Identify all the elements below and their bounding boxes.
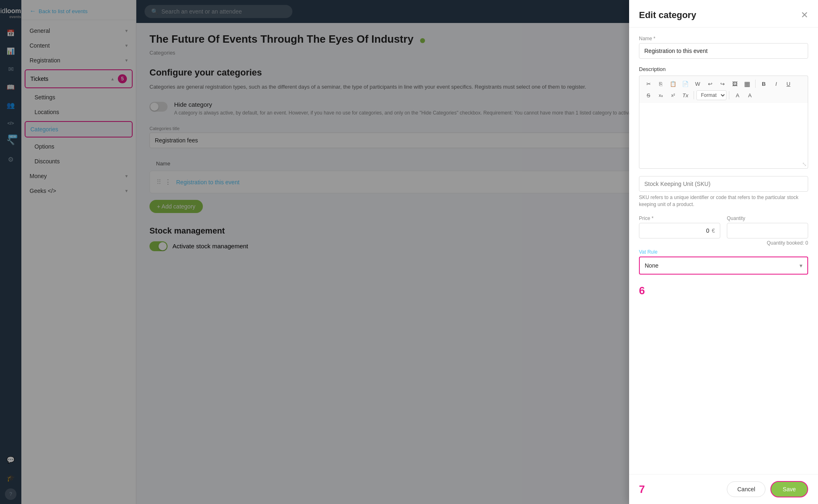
strikethrough-icon[interactable]: S [643,90,654,101]
paste-text-icon[interactable]: 📄 [680,78,691,89]
currency-symbol: € [712,227,715,234]
step-7-number: 7 [639,483,645,496]
modal-name-field: Name * [639,36,808,59]
quantity-label: Quantity [727,215,808,221]
edit-category-modal: Edit category ✕ Name * Description ✂ ⎘ 📋… [629,0,818,504]
subscript-icon[interactable]: x₂ [655,90,666,101]
paste-icon[interactable]: 📋 [667,78,679,89]
save-button[interactable]: Save [770,481,808,497]
toolbar-separator [755,80,756,88]
price-input-wrap[interactable]: 0 € [639,223,720,238]
description-editor[interactable]: ⤡ [639,103,808,169]
modal-description-label: Description [639,66,808,72]
undo-icon[interactable]: ↩ [704,78,716,89]
modal-description-field: Description ✂ ⎘ 📋 📄 W ↩ ↪ 🖼 ▦ B I U S x₂… [639,66,808,169]
step-6-label: 6 [639,283,808,299]
vat-rule-label: Vat Rule [639,249,808,255]
toolbar-separator-2 [694,91,694,99]
font-color-icon[interactable]: A [732,90,743,101]
format-dropdown[interactable]: Format [696,90,726,100]
modal-title: Edit category [639,10,696,21]
paste-word-icon[interactable]: W [692,78,703,89]
copy-icon[interactable]: ⎘ [655,78,666,89]
sku-input[interactable] [639,176,808,192]
modal-header: Edit category ✕ [629,0,818,27]
vat-rule-select[interactable]: None Standard Reduced Zero [640,257,807,274]
price-field: Price * 0 € [639,215,720,246]
italic-icon[interactable]: I [770,78,782,89]
cut-icon[interactable]: ✂ [643,78,654,89]
image-icon[interactable]: 🖼 [729,78,740,89]
resize-handle-icon: ⤡ [802,161,807,167]
vat-select-wrap: None Standard Reduced Zero ▾ [639,257,808,275]
modal-name-label: Name * [639,36,808,41]
superscript-icon[interactable]: x² [667,90,679,101]
quantity-input[interactable] [727,223,808,238]
vat-rule-field: Vat Rule None Standard Reduced Zero ▾ [639,249,808,275]
table-icon[interactable]: ▦ [741,78,753,89]
modal-body: Name * Description ✂ ⎘ 📋 📄 W ↩ ↪ 🖼 ▦ B I [629,27,818,474]
editor-toolbar: ✂ ⎘ 📋 📄 W ↩ ↪ 🖼 ▦ B I U S x₂ x² Tx [639,76,808,103]
step-6-number: 6 [639,284,645,297]
price-quantity-row: Price * 0 € Quantity Quantity booked: 0 [639,215,808,246]
modal-name-input[interactable] [639,43,808,59]
quantity-field: Quantity Quantity booked: 0 [727,215,808,246]
clear-format-icon[interactable]: Tx [680,90,691,101]
toolbar-separator-3 [729,91,729,99]
price-label: Price * [639,215,720,221]
modal-sku-field: SKU refers to a unique identifier or cod… [639,176,808,208]
redo-icon[interactable]: ↪ [717,78,728,89]
modal-close-button[interactable]: ✕ [801,10,808,21]
sku-hint: SKU refers to a unique identifier or cod… [639,194,808,208]
bold-icon[interactable]: B [758,78,770,89]
modal-footer: 7 Cancel Save [629,474,818,504]
price-value: 0 [706,227,709,234]
highlight-icon[interactable]: A [744,90,756,101]
underline-icon[interactable]: U [783,78,794,89]
quantity-booked-hint: Quantity booked: 0 [727,240,808,246]
cancel-button[interactable]: Cancel [727,481,765,497]
